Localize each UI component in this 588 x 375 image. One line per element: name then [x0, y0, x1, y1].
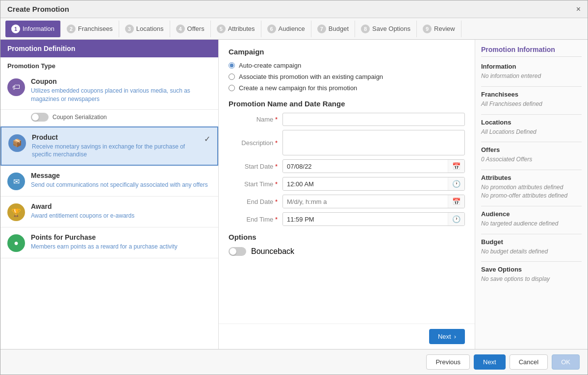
- previous-button[interactable]: Previous: [426, 354, 470, 370]
- wizard-tab-budget[interactable]: 7Budget: [311, 21, 355, 37]
- info-section-audience: Audience No targeted audience defined: [481, 210, 582, 228]
- attributes-value: No promotion attributes definedNo promo-…: [481, 183, 582, 200]
- next-button[interactable]: Next: [474, 354, 506, 370]
- coupon-name: Coupon: [31, 77, 211, 85]
- right-panel: Promotion Information Information No inf…: [475, 40, 588, 349]
- left-panel: Promotion Definition Promotion Type 🏷 Co…: [0, 40, 219, 349]
- center-panel: Campaign Auto-create campaign Associate …: [219, 40, 475, 349]
- bounceback-row: Bounceback: [229, 247, 465, 256]
- save_options-title: Save Options: [481, 266, 582, 273]
- points-name: Points for Purchase: [31, 233, 211, 241]
- start-time-input[interactable]: [283, 178, 448, 190]
- name-required: *: [275, 116, 278, 123]
- wizard-tab-franchisees[interactable]: 2Franchisees: [61, 21, 119, 37]
- cancel-button[interactable]: Cancel: [510, 354, 548, 370]
- end-date-label: End Date *: [229, 198, 278, 205]
- product-icon: 📦: [8, 134, 26, 152]
- start-date-calendar-icon[interactable]: 📅: [448, 160, 464, 173]
- desc-required: *: [275, 139, 278, 147]
- end-time-row: End Time * 🕐: [229, 212, 465, 226]
- dialog-title: Create Promotion: [7, 5, 69, 13]
- main-content: Promotion Definition Promotion Type 🏷 Co…: [0, 40, 588, 349]
- promo-type-message[interactable]: ✉ Message Send out communications not sp…: [0, 166, 218, 197]
- start-date-required: *: [275, 163, 278, 170]
- end-date-input-wrapper: 📅: [282, 195, 465, 208]
- end-date-input[interactable]: [283, 196, 448, 208]
- center-scroll: Campaign Auto-create campaign Associate …: [219, 40, 475, 324]
- radio-new-campaign[interactable]: Create a new campaign for this promotion: [229, 84, 465, 92]
- coupon-icon: 🏷: [7, 78, 25, 96]
- info-divider: [481, 206, 582, 206]
- promo-type-coupon[interactable]: 🏷 Coupon Utilizes embedded coupons place…: [0, 72, 218, 110]
- coupon-text: Coupon Utilizes embedded coupons placed …: [31, 77, 211, 103]
- tab-label: Audience: [279, 25, 305, 32]
- radio-existing-campaign[interactable]: Associate this promotion with an existin…: [229, 73, 465, 80]
- start-time-clock-icon[interactable]: 🕐: [448, 177, 464, 190]
- desc-label: Description *: [229, 139, 278, 147]
- franchisees-title: Franchisees: [481, 91, 582, 98]
- product-name: Product: [32, 133, 201, 141]
- save_options-value-line: No save options to display: [481, 275, 582, 283]
- tab-label: Attributes: [228, 25, 255, 32]
- right-title-prefix: Promotion: [481, 46, 515, 53]
- start-date-input[interactable]: [283, 160, 448, 173]
- close-button[interactable]: ×: [576, 5, 581, 13]
- tab-num: 7: [317, 25, 326, 33]
- info-divider: [481, 142, 582, 142]
- tab-label: Offers: [187, 25, 205, 32]
- offers-value: 0 Associated Offers: [481, 155, 582, 164]
- wizard-tab-offers[interactable]: 4Offers: [170, 21, 211, 37]
- wizard-tab-audience[interactable]: 6Audience: [261, 21, 311, 37]
- promo-type-points[interactable]: ● Points for Purchase Members earn point…: [0, 227, 218, 258]
- selected-check: ✓: [204, 134, 210, 144]
- message-name: Message: [31, 172, 211, 179]
- center-next-button[interactable]: Next ›: [429, 329, 465, 344]
- end-time-input[interactable]: [283, 213, 448, 225]
- wizard-tab-attributes[interactable]: 5Attributes: [211, 21, 261, 37]
- wizard-tab-review[interactable]: 9Review: [417, 21, 461, 37]
- title-bar: Create Promotion ×: [0, 0, 588, 18]
- radio-auto-campaign[interactable]: Auto-create campaign: [229, 62, 465, 69]
- campaign-section-title: Campaign: [229, 48, 465, 56]
- start-time-row: Start Time * 🕐: [229, 177, 465, 191]
- end-time-input-wrapper: 🕐: [282, 212, 465, 226]
- footer: Previous Next Cancel OK: [0, 349, 588, 375]
- wizard-tab-save-options[interactable]: 8Save Options: [355, 21, 417, 37]
- info-section-offers: Offers 0 Associated Offers: [481, 146, 582, 164]
- coupon-toggle-label: Coupon Serialization: [52, 114, 107, 121]
- description-input[interactable]: [282, 130, 465, 155]
- attributes-value-line: No promo-offer attributes defined: [481, 192, 582, 200]
- radio-auto-label: Auto-create campaign: [239, 62, 301, 69]
- promo-type-product[interactable]: 📦 Product Receive monetary savings in ex…: [0, 126, 218, 166]
- bounceback-toggle[interactable]: [229, 247, 246, 256]
- wizard-tab-locations[interactable]: 3Locations: [119, 21, 170, 37]
- ok-button[interactable]: OK: [552, 354, 580, 370]
- info-section-budget: Budget No budget details defined: [481, 238, 582, 256]
- end-date-calendar-icon[interactable]: 📅: [448, 195, 464, 208]
- end-date-required: *: [275, 198, 278, 205]
- points-icon: ●: [7, 234, 25, 252]
- tab-num: 5: [217, 25, 226, 33]
- right-panel-title: Promotion Information: [481, 46, 582, 57]
- information-value: No information entered: [481, 72, 582, 80]
- offers-value-line: 0 Associated Offers: [481, 155, 582, 164]
- tab-num: 6: [267, 25, 276, 33]
- attributes-title: Attributes: [481, 174, 582, 181]
- end-time-clock-icon[interactable]: 🕐: [448, 213, 464, 225]
- campaign-radio-group: Auto-create campaign Associate this prom…: [229, 62, 465, 92]
- coupon-toggle[interactable]: [31, 113, 49, 122]
- tab-num: 1: [11, 25, 20, 33]
- award-desc: Award entitlement coupons or e-awards: [31, 212, 211, 220]
- name-input[interactable]: [282, 113, 465, 126]
- wizard-tab-information[interactable]: 1Information: [5, 21, 61, 37]
- info-divider: [481, 114, 582, 115]
- promo-type-award[interactable]: 🏆 Award Award entitlement coupons or e-a…: [0, 197, 218, 227]
- award-text: Award Award entitlement coupons or e-awa…: [31, 202, 211, 220]
- info-section-attributes: Attributes No promotion attributes defin…: [481, 174, 582, 200]
- create-promotion-dialog: Create Promotion × 1Information2Franchis…: [0, 0, 588, 375]
- info-divider: [481, 86, 582, 87]
- information-value-line: No information entered: [481, 72, 582, 80]
- tab-label: Franchisees: [78, 25, 113, 32]
- center-next-btn-row: Next ›: [219, 324, 475, 349]
- start-time-input-wrapper: 🕐: [282, 177, 465, 191]
